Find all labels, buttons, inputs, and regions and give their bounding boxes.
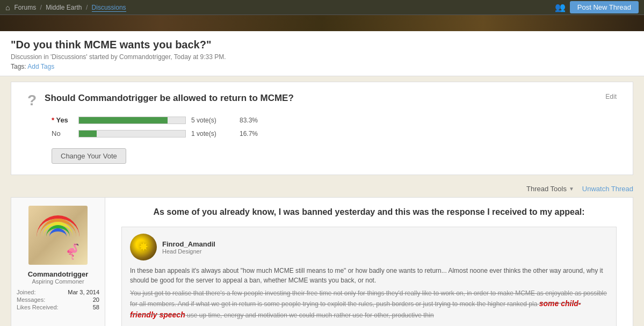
likes-value: 58 (93, 304, 99, 310)
poll-options: * Yes 5 vote(s) 83.3% No 1 vote(s) 16.7% (52, 116, 617, 137)
breadcrumb-forums[interactable]: Forums (14, 4, 36, 11)
avatar-wrapper: 🦩 (28, 206, 88, 265)
unwatch-thread-link[interactable]: Unwatch Thread (582, 185, 633, 193)
quoted-text-strikethrough: You just got to realise that there's a f… (130, 288, 608, 321)
poll-yes-bar (78, 117, 186, 124)
post-content: As some of you already know, I was banne… (105, 198, 633, 326)
joined-row: Joined: Mar 3, 2014 (17, 289, 99, 295)
quoted-avatar: ✸ (130, 234, 157, 260)
breadcrumb: Forums / Middle Earth / Discussions (14, 4, 126, 11)
add-tags-link[interactable]: Add Tags (27, 63, 54, 70)
right-tools: 👥 Post New Thread (555, 1, 639, 13)
poll-star: * (52, 116, 54, 124)
breadcrumb-discussions[interactable]: Discussions (92, 4, 126, 12)
strikethrough-text-1: You just got to realise that there's a f… (130, 289, 607, 308)
poll-no-fill (79, 131, 97, 137)
quoted-author-info: Finrod_Amandil Head Designer (162, 240, 215, 255)
poll-option-no: No 1 vote(s) 16.7% (52, 129, 617, 137)
thread-header: "Do you think MCME wants you back?" Disc… (0, 31, 644, 76)
thread-tools-label: Thread Tools (526, 185, 567, 193)
likes-row: Likes Received: 58 (17, 304, 99, 310)
joined-value: Mar 3, 2014 (68, 289, 99, 295)
strikethrough-text-2: use up time, energy and motivation we co… (187, 311, 434, 319)
poll-option-yes: * Yes 5 vote(s) 83.3% (52, 116, 617, 124)
poll-yes-fill (79, 117, 168, 124)
poll-no-votes: 1 vote(s) (191, 130, 234, 137)
poll-container: ? Should Commandotrigger be allowed to r… (11, 82, 633, 175)
poll-no-percent: 16.7% (240, 130, 264, 137)
thread-meta: Discussion in 'Discussions' started by C… (11, 53, 633, 61)
messages-row: Messages: 20 (17, 296, 99, 303)
user-title: Aspiring Commoner (32, 278, 84, 285)
quoted-post-header: ✸ Finrod_Amandil Head Designer (130, 234, 608, 260)
likes-label: Likes Received: (17, 304, 59, 310)
main-wrapper: "Do you think MCME wants you back?" Disc… (0, 31, 644, 326)
star-icon: ✸ (139, 240, 148, 254)
poll-question: Should Commandotrigger be allowed to ret… (45, 93, 597, 104)
breadcrumb-middle-earth[interactable]: Middle Earth (46, 4, 82, 11)
poll-yes-percent: 83.3% (240, 117, 264, 124)
chevron-down-icon: ▼ (569, 186, 574, 192)
messages-label: Messages: (17, 296, 45, 303)
poll-edit-link[interactable]: Edit (605, 93, 617, 100)
change-vote-button[interactable]: Change Your Vote (52, 148, 126, 164)
user-stats: Joined: Mar 3, 2014 Messages: 20 Likes R… (17, 289, 99, 311)
banner-image (0, 15, 644, 31)
post-new-thread-button[interactable]: Post New Thread (570, 1, 639, 13)
poll-header: ? Should Commandotrigger be allowed to r… (27, 93, 617, 108)
user-sidebar: 🦩 Commandotrigger Aspiring Commoner Join… (11, 198, 105, 326)
post-main-text: As some of you already know, I was banne… (116, 206, 622, 219)
quoted-author-title: Head Designer (162, 248, 215, 255)
username: Commandotrigger (28, 270, 89, 278)
top-nav: ⌂ Forums / Middle Earth / Discussions 👥 … (0, 0, 644, 15)
home-icon[interactable]: ⌂ (5, 3, 10, 12)
thread-title: "Do you think MCME wants you back?" (11, 39, 633, 51)
posts-area: 🦩 Commandotrigger Aspiring Commoner Join… (0, 197, 644, 326)
joined-label: Joined: (17, 289, 35, 295)
quoted-post: ✸ Finrod_Amandil Head Designer In these … (121, 227, 617, 326)
poll-yes-votes: 5 vote(s) (191, 117, 234, 124)
quoted-text-line1: In these ban appeals it's always about "… (130, 266, 608, 285)
messages-value: 20 (93, 296, 99, 303)
poll-yes-label: * Yes (52, 116, 73, 124)
poll-icon: ? (27, 93, 37, 108)
thread-tools-dropdown[interactable]: Thread Tools ▼ (526, 185, 574, 193)
quoted-author-name: Finrod_Amandil (162, 240, 215, 248)
thread-tools-bar: Thread Tools ▼ Unwatch Thread (0, 180, 644, 197)
avatar: 🦩 (28, 206, 88, 265)
thread-tags: Tags: Add Tags (11, 63, 633, 70)
users-icon: 👥 (555, 2, 566, 12)
post-container: 🦩 Commandotrigger Aspiring Commoner Join… (11, 197, 633, 326)
poll-no-label: No (52, 129, 73, 137)
tags-label: Tags: (11, 63, 26, 70)
poll-no-bar (78, 130, 186, 137)
